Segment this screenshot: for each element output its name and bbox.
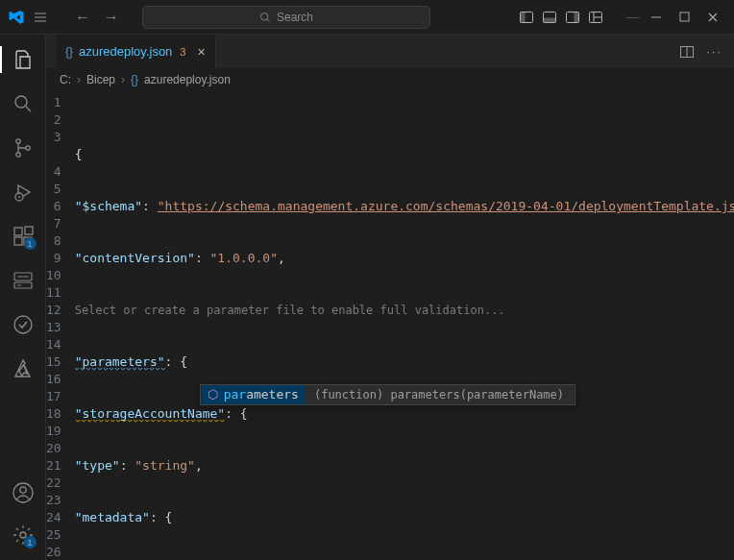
activity-bar: 1 1 [0,35,46,560]
breadcrumb-folder[interactable]: Bicep [86,73,115,86]
code-token: , [278,250,285,267]
breadcrumb-root[interactable]: C: [60,73,71,86]
code-area[interactable]: { "$schema": "https://schema.management.… [75,90,734,560]
toggle-bottom-panel-icon[interactable] [542,10,557,25]
code-token: : [165,353,181,371]
svg-point-10 [15,139,19,143]
search-activity-icon[interactable] [12,92,35,115]
titlebar: ← → Search — [0,0,734,35]
suggestion-match: par [224,387,246,402]
code-token: : [195,250,210,267]
testing-icon[interactable] [12,313,35,336]
gear-icon[interactable]: 1 [12,523,35,547]
svg-point-12 [25,146,29,150]
svg-point-11 [15,153,19,157]
code-token: "parameters" [75,353,165,371]
line-number-gutter: 1234567891011121314151617181920212223242… [46,90,75,560]
close-icon[interactable] [707,12,719,23]
tab-bar: {} azuredeploy.json 3 × ··· [46,35,734,69]
json-file-icon: {} [131,73,138,86]
settings-badge: 1 [24,536,37,548]
svg-rect-15 [14,228,22,235]
search-icon [259,12,271,23]
extensions-badge: 1 [24,237,37,250]
toggle-primary-panel-icon[interactable] [519,10,534,25]
explorer-icon[interactable] [12,48,35,71]
svg-point-14 [18,196,20,198]
svg-rect-20 [14,282,32,288]
code-token: : [120,457,135,475]
intellisense-popup[interactable]: ⬡ parameters (function) parameters(param… [200,384,575,405]
code-token: : [142,198,158,215]
maximize-icon[interactable] [679,12,690,23]
code-token: "metadata" [75,509,150,526]
debug-icon[interactable] [12,181,35,204]
code-token: { [165,509,173,526]
code-token: "type" [75,457,120,475]
code-token: "contentVersion" [75,250,195,267]
source-control-icon[interactable] [12,136,35,159]
chevron-right-icon: › [77,73,81,86]
spacer: — [626,10,639,24]
svg-rect-8 [680,12,689,21]
more-actions-icon[interactable]: ··· [706,44,722,60]
tab-azuredeploy[interactable]: {} azuredeploy.json 3 × [56,35,216,69]
suggestion-kind-icon: ⬡ [208,386,218,403]
tab-filename: azuredeploy.json [79,44,172,59]
toggle-secondary-panel-icon[interactable] [565,10,580,25]
code-token: : [225,405,240,423]
chevron-right-icon: › [121,73,125,86]
code-token: "1.0.0.0" [210,250,278,267]
breadcrumb[interactable]: C: › Bicep › {} azuredeploy.json [46,69,734,90]
nav-back-icon[interactable]: ← [75,9,90,26]
svg-rect-16 [14,237,22,245]
window-controls [650,12,726,23]
svg-point-24 [20,532,26,538]
svg-point-9 [15,96,27,108]
codelens-hint[interactable]: Select or create a parameter file to ena… [75,302,505,319]
svg-point-0 [260,12,268,20]
tab-close-icon[interactable]: × [197,44,205,60]
extensions-icon[interactable]: 1 [12,225,35,248]
suggestion-detail: (function) parameters(parameterName) [305,385,574,404]
search-input[interactable]: Search [142,6,430,29]
code-token: : [150,509,165,526]
account-icon[interactable] [12,481,35,504]
svg-rect-18 [25,227,33,234]
code-token: "https://schema.management.azure.com/sch… [158,198,734,215]
code-token: "string" [135,457,195,475]
remote-explorer-icon[interactable] [12,269,35,292]
minimize-icon[interactable] [650,12,662,23]
svg-point-21 [14,316,32,333]
editor[interactable]: 1234567891011121314151617181920212223242… [46,90,734,560]
json-file-icon: {} [65,45,73,59]
split-editor-icon[interactable] [679,44,695,60]
svg-rect-4 [544,17,556,22]
azure-icon[interactable] [12,357,35,380]
suggestion-rest: ameters [246,387,299,402]
vscode-logo-icon [8,9,25,26]
code-token: "$schema" [75,198,142,215]
code-token: "storageAccountName" [75,405,226,423]
tab-problem-count: 3 [180,46,185,58]
customize-layout-icon[interactable] [588,10,603,25]
code-token: , [195,457,203,475]
svg-rect-6 [575,12,579,22]
hamburger-icon[interactable] [33,10,48,25]
code-token: { [75,146,83,163]
search-placeholder: Search [277,11,313,24]
nav-arrows: ← → [75,9,119,26]
code-token: { [180,353,187,371]
svg-rect-2 [521,12,526,22]
nav-forward-icon[interactable]: → [104,9,119,26]
breadcrumb-file[interactable]: azuredeploy.json [144,73,231,86]
code-token: { [240,405,248,423]
layout-controls [519,10,603,25]
svg-point-23 [19,487,25,493]
